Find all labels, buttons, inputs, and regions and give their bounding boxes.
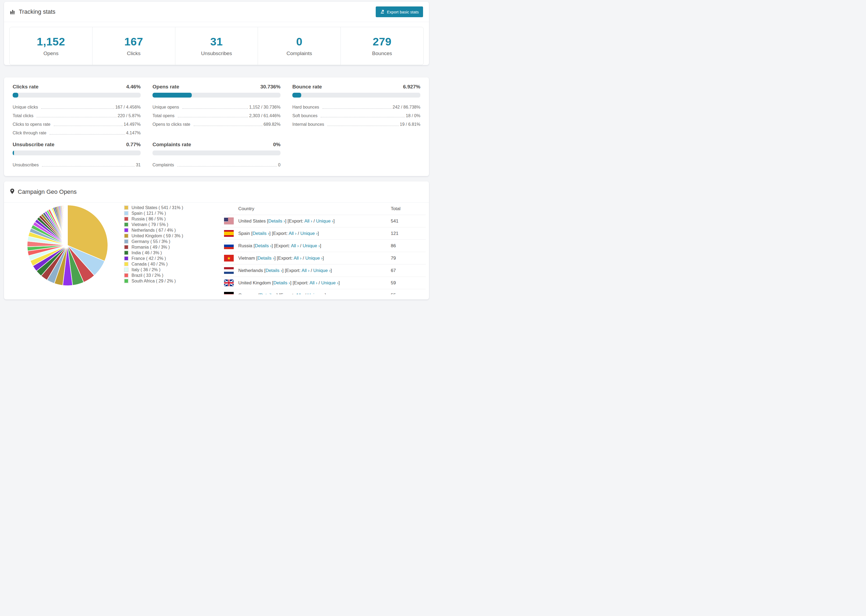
rate-title: Bounce rate — [292, 84, 322, 90]
stat-detail-row: Unique opens 1,152 / 30.736% — [153, 101, 280, 110]
export-unique-link[interactable]: Unique › — [305, 256, 323, 261]
dotted-leader — [323, 105, 392, 109]
detail-label: Clicks to opens rate — [13, 121, 50, 127]
legend-label: Italy ( 36 / 2% ) — [132, 267, 161, 272]
legend-swatch-icon — [124, 228, 129, 233]
legend-item[interactable]: South Africa ( 29 / 2% ) — [124, 278, 189, 284]
pie-slice[interactable] — [67, 205, 68, 245]
detail-label: Unique clicks — [13, 104, 38, 110]
legend-item[interactable]: Netherlands ( 67 / 4% ) — [124, 227, 189, 233]
details-link[interactable]: Details › — [265, 268, 282, 273]
country-name: Vietnam — [238, 256, 255, 261]
stat-detail-row: Hard bounces 242 / 86.738% — [292, 101, 420, 110]
detail-value: 1,152 / 30.736% — [249, 104, 280, 110]
legend-swatch-icon — [124, 256, 129, 261]
details-link[interactable]: Details › — [252, 231, 269, 236]
geo-table-row: Vietnam [Details ›] [Export: All › / Uni… — [222, 252, 426, 264]
export-basic-stats-button[interactable]: Export basic stats — [376, 6, 423, 17]
rate-bounce: Bounce rate 6.927% Hard bounces 242 / 86… — [292, 84, 420, 136]
legend-item[interactable]: Romania ( 49 / 3% ) — [124, 244, 189, 250]
rate-clicks: Clicks rate 4.46% Unique clicks 167 / 4.… — [13, 84, 141, 136]
stat-complaints: 0 Complaints — [258, 27, 341, 65]
geo-table-row: Netherlands [Details ›] [Export: All › /… — [222, 264, 426, 277]
legend-item[interactable]: Italy ( 36 / 2% ) — [124, 267, 189, 272]
stat-label: Unsubscribes — [201, 50, 232, 57]
detail-value: 0 — [278, 162, 280, 168]
export-all-link[interactable]: All › — [310, 280, 317, 285]
legend-item[interactable]: Spain ( 121 / 7% ) — [124, 211, 189, 216]
legend-swatch-icon — [124, 273, 129, 278]
dotted-leader — [327, 122, 398, 126]
legend-swatch-icon — [124, 279, 129, 283]
geo-table-row: Russia [Details ›] [Export: All › / Uniq… — [222, 239, 426, 252]
rates-grid: Clicks rate 4.46% Unique clicks 167 / 4.… — [13, 84, 420, 168]
legend-item[interactable]: United States ( 541 / 31% ) — [124, 205, 189, 211]
legend-item[interactable]: Canada ( 40 / 2% ) — [124, 261, 189, 267]
export-unique-link[interactable]: Unique › — [301, 231, 318, 236]
campaign-geo-opens-card: Campaign Geo Opens United States ( 541 /… — [4, 181, 429, 299]
legend-label: United States ( 541 / 31% ) — [132, 205, 183, 210]
legend-swatch-icon — [124, 222, 129, 227]
geo-table-row: United States [Details ›] [Export: All ›… — [222, 215, 426, 227]
pie-chart-wrap — [26, 204, 109, 288]
flag-vn-icon — [224, 255, 234, 261]
export-all-link[interactable]: All › — [288, 231, 296, 236]
progress-bar — [292, 93, 420, 97]
export-unique-link[interactable]: Unique › — [307, 293, 324, 295]
legend-item[interactable]: Germany ( 55 / 3% ) — [124, 239, 189, 244]
detail-value: 220 / 5.87% — [118, 113, 141, 118]
legend-label: United Kingdom ( 59 / 3% ) — [132, 234, 183, 238]
legend-item[interactable]: Brazil ( 33 / 2% ) — [124, 272, 189, 278]
details-link[interactable]: Details › — [260, 293, 276, 295]
dotted-leader — [177, 163, 277, 167]
legend-label: Canada ( 40 / 2% ) — [132, 262, 168, 267]
export-all-link[interactable]: All › — [294, 256, 301, 261]
progress-bar — [13, 93, 141, 97]
details-link[interactable]: Details › — [268, 218, 285, 224]
stat-detail-row: Click through rate 4.147% — [13, 127, 141, 136]
legend-item[interactable]: Russia ( 86 / 5% ) — [124, 216, 189, 222]
export-unique-link[interactable]: Unique › — [302, 243, 320, 248]
export-all-link[interactable]: All › — [291, 243, 299, 248]
stat-detail-row: Unsubscribes 31 — [13, 159, 141, 168]
export-all-link[interactable]: All › — [301, 268, 309, 273]
export-all-link[interactable]: All › — [296, 293, 304, 295]
legend-swatch-icon — [124, 267, 129, 272]
stat-label: Clicks — [127, 50, 141, 57]
rates-card: Clicks rate 4.46% Unique clicks 167 / 4.… — [4, 77, 429, 176]
rate-title: Clicks rate — [13, 84, 38, 90]
stat-unsubscribes: 31 Unsubscribes — [175, 27, 258, 65]
detail-label: Total opens — [153, 113, 175, 118]
details-link[interactable]: Details › — [273, 280, 290, 285]
detail-value: 14.497% — [124, 121, 141, 127]
legend-item[interactable]: Vietnam ( 79 / 5% ) — [124, 222, 189, 227]
export-unique-link[interactable]: Unique › — [313, 268, 331, 273]
pie-legend: United States ( 541 / 31% ) Spain ( 121 … — [124, 205, 189, 284]
export-unique-link[interactable]: Unique › — [316, 218, 333, 224]
stat-detail-row: Opens to clicks rate 689.82% — [153, 118, 280, 127]
legend-label: Russia ( 86 / 5% ) — [132, 217, 166, 222]
geo-table-row: Germany [Details ›] [Export: All › / Uni… — [222, 289, 426, 294]
export-all-link[interactable]: All › — [304, 218, 312, 224]
export-unique-link[interactable]: Unique › — [321, 280, 339, 285]
rate-value: 0% — [273, 141, 280, 148]
legend-swatch-icon — [124, 250, 129, 255]
details-link[interactable]: Details › — [255, 243, 271, 248]
detail-value: 18 / 0% — [406, 113, 420, 118]
geo-card-header: Campaign Geo Opens — [4, 181, 429, 203]
stat-detail-row: Unique clicks 167 / 4.456% — [13, 101, 141, 110]
legend-item[interactable]: France ( 42 / 2% ) — [124, 256, 189, 261]
legend-item[interactable]: United Kingdom ( 59 / 3% ) — [124, 233, 189, 239]
geo-body: United States ( 541 / 31% ) Spain ( 121 … — [4, 203, 429, 299]
detail-label: Opens to clicks rate — [153, 121, 191, 127]
geo-opens-pie-chart[interactable] — [26, 204, 109, 287]
stat-label: Complaints — [287, 50, 312, 57]
legend-swatch-icon — [124, 239, 129, 244]
flag-nl-icon — [224, 267, 234, 274]
legend-label: Spain ( 121 / 7% ) — [132, 211, 166, 216]
export-button-label: Export basic stats — [387, 10, 419, 14]
details-link[interactable]: Details › — [258, 256, 274, 261]
legend-item[interactable]: India ( 46 / 3% ) — [124, 250, 189, 256]
geo-table-row: Spain [Details ›] [Export: All › / Uniqu… — [222, 227, 426, 239]
legend-label: Brazil ( 33 / 2% ) — [132, 273, 163, 278]
